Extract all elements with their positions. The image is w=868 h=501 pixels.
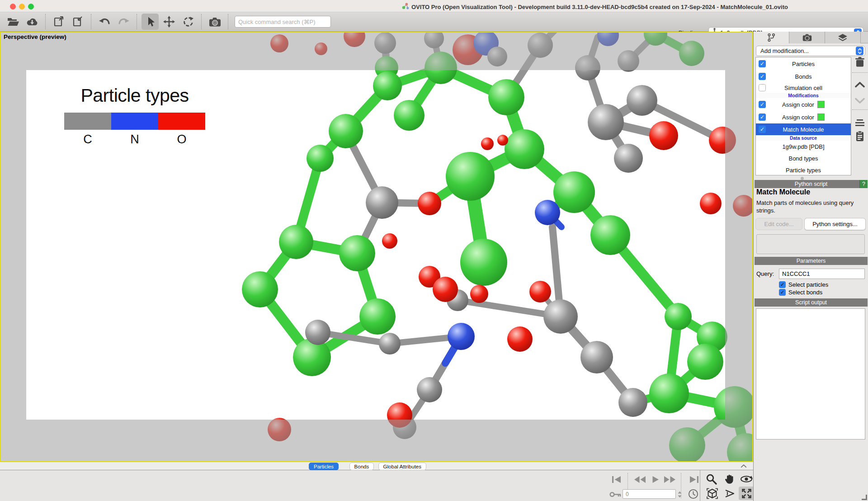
- script-output-box: [756, 308, 865, 440]
- tab-layers[interactable]: [825, 32, 861, 43]
- import-file-button[interactable]: [69, 14, 86, 30]
- move-down-button[interactable]: [852, 94, 868, 108]
- tab-bonds[interactable]: Bonds: [349, 463, 374, 470]
- collapse-inspector-button[interactable]: [738, 462, 750, 470]
- redo-button[interactable]: [115, 14, 132, 30]
- visibility-checkbox[interactable]: ✓: [759, 60, 766, 67]
- query-label: Query:: [756, 270, 774, 277]
- pipeline-item-label: Assign color: [782, 114, 814, 121]
- open-file-button[interactable]: [5, 14, 22, 30]
- pipeline-item-assign-color[interactable]: ✓Assign color: [756, 111, 851, 123]
- remote-import-button[interactable]: [24, 14, 41, 30]
- pipeline-item-label: Bond types: [788, 155, 818, 162]
- animation-key-icon: [608, 487, 623, 501]
- toolbar-separator: [137, 14, 137, 29]
- zoom-scene-extents-button[interactable]: [704, 487, 720, 500]
- pipeline-editor-list: ✓Particles✓Bonds✓Simulation cellModifica…: [755, 57, 851, 175]
- visibility-checkbox[interactable]: ✓: [759, 113, 766, 121]
- tab-pipeline[interactable]: [754, 32, 789, 43]
- move-mode-button[interactable]: [160, 14, 178, 30]
- pipeline-item-1g9w-pdb-pdb-[interactable]: 1g9w.pdb [PDB]: [756, 141, 851, 152]
- pipeline-item-label: Particles: [792, 61, 815, 67]
- clipboard-button[interactable]: [852, 129, 868, 143]
- frame-spinner[interactable]: [677, 490, 682, 501]
- help-button[interactable]: ?: [859, 180, 868, 188]
- maximize-viewport-button[interactable]: [739, 487, 754, 500]
- visibility-checkbox[interactable]: ✓: [759, 84, 766, 91]
- list-resize-handle[interactable]: [801, 177, 804, 180]
- color-swatch[interactable]: [817, 113, 825, 121]
- undo-button[interactable]: [96, 14, 113, 30]
- skip-to-start-button[interactable]: [609, 473, 624, 486]
- tab-global-attributes[interactable]: Global Attributes: [378, 463, 426, 470]
- close-window-button[interactable]: [10, 4, 16, 9]
- move-up-button[interactable]: [852, 78, 868, 91]
- particle-types-legend: Particle types CNO: [64, 85, 205, 147]
- pipeline-item-bond-types[interactable]: Bond types: [756, 152, 851, 164]
- parameters-header: Parameters: [755, 257, 868, 265]
- pipeline-item-label: 1g9w.pdb [PDB]: [782, 143, 824, 150]
- checkbox-icon[interactable]: ✓: [779, 281, 786, 288]
- window-title: OVITO Pro (Open Visualization Tool) - De…: [401, 2, 788, 11]
- rotate-mode-button[interactable]: [179, 14, 197, 30]
- minimize-window-button[interactable]: [19, 4, 25, 9]
- orbit-tool-button[interactable]: [739, 472, 754, 486]
- tab-particles[interactable]: Particles: [309, 463, 339, 470]
- fast-forward-button[interactable]: [662, 473, 677, 486]
- edit-code-button[interactable]: Edit code...: [755, 218, 802, 230]
- legend-label-N: N: [111, 132, 158, 147]
- select-mode-button[interactable]: [142, 14, 159, 30]
- pipeline-item-simulation-cell[interactable]: ✓Simulation cell: [756, 83, 851, 93]
- toggle-list-button[interactable]: [852, 116, 868, 129]
- modifier-description: Match parts of molecules using query str…: [756, 199, 864, 215]
- pipeline-item-match-molecule[interactable]: ✓Match Molecule: [756, 123, 851, 135]
- toolbar-separator: [228, 14, 228, 29]
- pipeline-item-assign-color[interactable]: ✓Assign color: [756, 98, 851, 111]
- pipeline-item-particle-types[interactable]: Particle types: [756, 164, 851, 175]
- pan-tool-button[interactable]: [722, 472, 737, 486]
- rewind-button[interactable]: [632, 473, 647, 486]
- data-inspector-tabstrip: ParticlesBondsGlobal Attributes: [0, 462, 753, 470]
- zoom-tool-button[interactable]: [703, 472, 719, 486]
- pipeline-section-data-source: Data source: [756, 135, 851, 141]
- script-output-header: Script output: [755, 298, 868, 307]
- pipeline-item-label: Bonds: [795, 73, 812, 80]
- zoom-window-button[interactable]: [28, 4, 34, 9]
- script-status-box: [756, 234, 865, 254]
- checkbox-select-particles[interactable]: ✓Select particles: [779, 281, 828, 288]
- pipeline-item-label: Particle types: [786, 167, 821, 174]
- modifier-title: Match Molecule: [756, 188, 810, 196]
- legend-title: Particle types: [64, 85, 205, 106]
- frame-number-input[interactable]: [623, 489, 676, 499]
- pipeline-item-label: Simulation cell: [784, 85, 822, 91]
- add-modification-dropdown[interactable]: Add modification...: [756, 46, 865, 56]
- visibility-checkbox[interactable]: ✓: [759, 73, 766, 80]
- checkbox-icon[interactable]: ✓: [779, 289, 786, 296]
- visibility-checkbox[interactable]: ✓: [759, 126, 766, 133]
- legend-swatch-C: [64, 113, 111, 130]
- color-swatch[interactable]: [817, 101, 825, 108]
- delete-modifier-button[interactable]: [852, 55, 868, 69]
- pipeline-item-particles[interactable]: ✓Particles: [756, 57, 851, 70]
- visibility-checkbox[interactable]: ✓: [759, 101, 766, 108]
- export-file-button[interactable]: [50, 14, 67, 30]
- animation-settings-button[interactable]: [685, 487, 701, 501]
- query-input[interactable]: [779, 269, 865, 279]
- render-button[interactable]: [206, 14, 223, 30]
- resize-grip[interactable]: [862, 495, 867, 500]
- viewport-label[interactable]: Perspective (preview): [4, 33, 66, 40]
- play-button[interactable]: [647, 473, 663, 486]
- viewport-perspective[interactable]: Perspective (preview) Particle types CNO: [0, 32, 753, 462]
- python-settings-button[interactable]: Python settings...: [804, 218, 866, 230]
- stepper-icon: [856, 47, 863, 55]
- tab-render[interactable]: [789, 32, 825, 43]
- toolbar-separator: [91, 14, 91, 29]
- legend-label-O: O: [158, 132, 205, 147]
- pipeline-item-bonds[interactable]: ✓Bonds: [756, 70, 851, 83]
- search-input[interactable]: [235, 16, 331, 28]
- field-of-view-button[interactable]: [722, 487, 737, 500]
- checkbox-label: Select bonds: [788, 289, 822, 296]
- checkbox-select-bonds[interactable]: ✓Select bonds: [779, 289, 822, 296]
- titlebar: OVITO Pro (Open Visualization Tool) - De…: [0, 0, 868, 12]
- skip-to-end-button[interactable]: [686, 473, 702, 486]
